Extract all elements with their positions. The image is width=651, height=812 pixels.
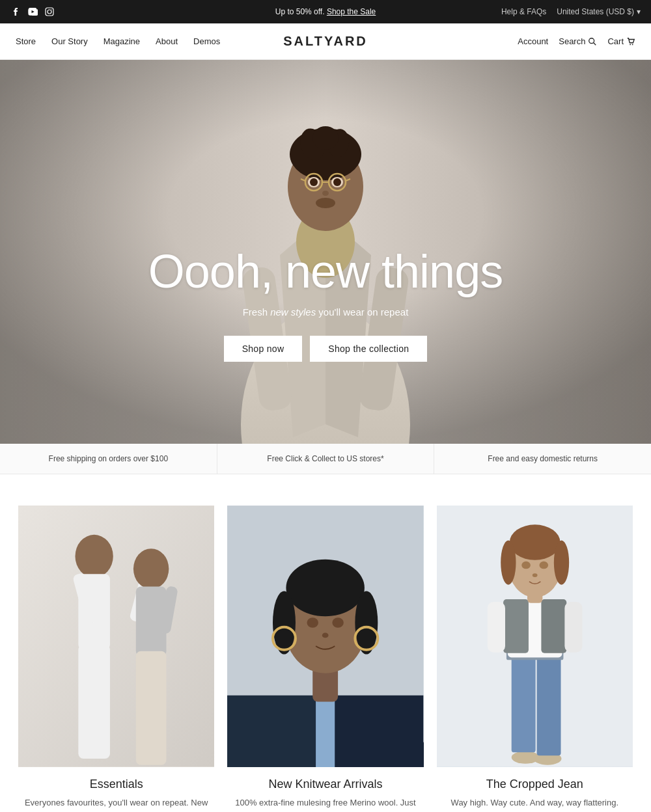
product-card-jeans[interactable]: The Cropped Jean Way high. Way cute. And… xyxy=(437,506,633,812)
announcement-text: Up to 50% off. Shop the Sale xyxy=(275,7,376,16)
region-selector[interactable]: United States (USD $) ▾ xyxy=(557,7,641,16)
hero-title: Oooh, new things xyxy=(148,246,503,297)
search-link[interactable]: Search xyxy=(559,36,597,46)
product-title-knitwear: New Knitwear Arrivals xyxy=(227,778,423,791)
svg-point-38 xyxy=(133,548,169,589)
product-image-knitwear xyxy=(227,506,423,767)
svg-rect-32 xyxy=(18,506,214,766)
product-desc-jeans: Way high. Way cute. And way, way flatter… xyxy=(437,796,633,812)
svg-point-73 xyxy=(501,541,516,585)
navigation: Store Our Story Magazine About Demos SAL… xyxy=(0,23,651,60)
site-logo[interactable]: SALTYARD xyxy=(283,34,368,49)
svg-rect-47 xyxy=(335,696,424,767)
nav-left-links: Store Our Story Magazine About Demos xyxy=(16,36,220,46)
shop-collection-button[interactable]: Shop the collection xyxy=(310,336,427,362)
hero-buttons: Shop now Shop the collection xyxy=(148,336,503,362)
svg-point-5 xyxy=(630,44,631,45)
right-links: Help & FAQs United States (USD $) ▾ xyxy=(501,7,641,16)
youtube-icon[interactable] xyxy=(27,7,38,17)
nav-our-story[interactable]: Our Story xyxy=(51,36,88,46)
hero-content: Oooh, new things Fresh new styles you'll… xyxy=(148,142,503,362)
instagram-icon[interactable] xyxy=(44,7,55,17)
svg-point-74 xyxy=(553,541,568,585)
info-collect: Free Click & Collect to US stores* xyxy=(217,444,435,474)
svg-rect-46 xyxy=(227,696,316,767)
svg-rect-67 xyxy=(541,599,566,653)
nav-about[interactable]: About xyxy=(156,36,178,46)
cart-icon xyxy=(626,37,635,46)
svg-point-75 xyxy=(521,562,531,569)
nav-demos[interactable]: Demos xyxy=(193,36,220,46)
svg-point-56 xyxy=(333,617,344,628)
chevron-down-icon: ▾ xyxy=(637,7,641,16)
product-grid: Essentials Everyones favourites, you'll … xyxy=(18,506,633,812)
account-link[interactable]: Account xyxy=(518,36,548,46)
product-card-knitwear[interactable]: New Knitwear Arrivals 100% extra-fine mu… xyxy=(227,506,423,812)
svg-point-2 xyxy=(51,9,52,10)
product-section: Essentials Everyones favourites, you'll … xyxy=(0,474,651,812)
product-image-jeans xyxy=(437,506,633,767)
svg-rect-68 xyxy=(487,602,505,653)
svg-point-50 xyxy=(286,560,365,616)
svg-rect-0 xyxy=(46,8,53,16)
svg-point-76 xyxy=(539,562,548,569)
info-returns: Free and easy domestic returns xyxy=(434,444,651,474)
svg-rect-63 xyxy=(536,657,561,755)
product-title-essentials: Essentials xyxy=(18,778,214,791)
info-shipping: Free shipping on orders over $100 xyxy=(0,444,217,474)
svg-point-77 xyxy=(532,573,537,577)
hero-subtitle: Fresh new styles you'll wear on repeat xyxy=(148,306,503,318)
sale-link[interactable]: Shop the Sale xyxy=(327,7,376,16)
announcement-bar: Up to 50% off. Shop the Sale Help & FAQs… xyxy=(0,0,651,23)
info-bar: Free shipping on orders over $100 Free C… xyxy=(0,444,651,474)
svg-point-1 xyxy=(48,10,51,14)
product-image-essentials xyxy=(18,506,214,767)
social-icons xyxy=(10,7,55,17)
search-icon xyxy=(588,37,597,46)
facebook-icon[interactable] xyxy=(10,7,21,17)
product-desc-essentials: Everyones favourites, you'll wear on rep… xyxy=(18,796,214,812)
svg-rect-41 xyxy=(136,651,167,765)
svg-rect-66 xyxy=(503,599,529,653)
nav-store[interactable]: Store xyxy=(16,36,36,46)
product-card-essentials[interactable]: Essentials Everyones favourites, you'll … xyxy=(18,506,214,812)
svg-point-3 xyxy=(589,38,594,43)
svg-point-72 xyxy=(509,524,560,560)
svg-rect-62 xyxy=(511,657,535,752)
svg-point-55 xyxy=(307,617,318,628)
nav-magazine[interactable]: Magazine xyxy=(104,36,140,46)
product-title-jeans: The Cropped Jean xyxy=(437,778,633,791)
svg-point-6 xyxy=(632,44,633,45)
svg-point-33 xyxy=(75,535,113,578)
shop-now-button[interactable]: Shop now xyxy=(224,336,303,362)
svg-line-4 xyxy=(594,42,596,45)
product-desc-knitwear: 100% extra-fine mulesing free Merino woo… xyxy=(227,796,423,812)
help-faq-link[interactable]: Help & FAQs xyxy=(501,7,546,16)
cart-link[interactable]: Cart xyxy=(607,36,635,46)
svg-point-57 xyxy=(322,633,329,638)
hero-section: Oooh, new things Fresh new styles you'll… xyxy=(0,60,651,444)
svg-rect-37 xyxy=(78,645,110,759)
svg-rect-69 xyxy=(564,602,582,653)
nav-right-links: Account Search Cart xyxy=(518,36,635,46)
